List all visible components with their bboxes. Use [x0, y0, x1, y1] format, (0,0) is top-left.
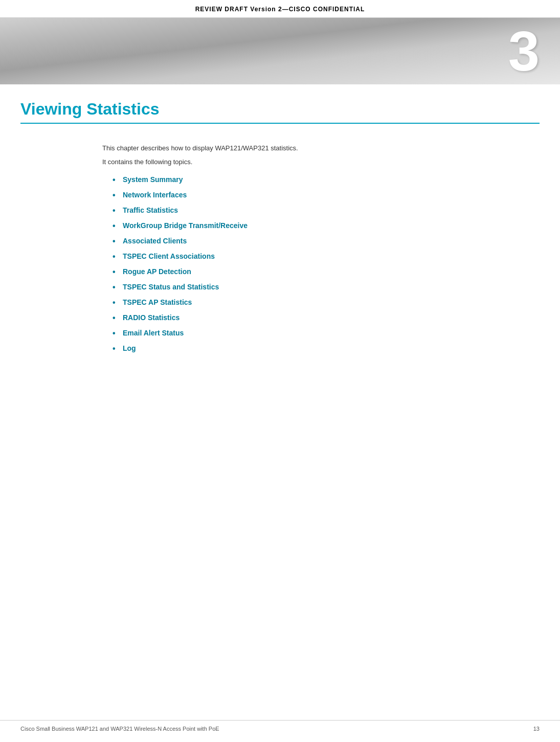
banner-text: REVIEW DRAFT Version 2—CISCO CONFIDENTIA…: [195, 6, 365, 13]
footer-right: 13: [533, 726, 540, 732]
chapter-header: 3: [0, 18, 560, 84]
topic-label: Associated Clients: [123, 237, 187, 245]
footer-left: Cisco Small Business WAP121 and WAP321 W…: [20, 726, 219, 732]
topic-label: Email Alert Status: [123, 329, 184, 337]
list-item[interactable]: RADIO Statistics: [113, 310, 540, 325]
topic-label: Network Interfaces: [123, 191, 187, 199]
list-item[interactable]: System Summary: [113, 172, 540, 187]
list-item[interactable]: TSPEC Status and Statistics: [113, 279, 540, 295]
main-content: Viewing Statistics This chapter describe…: [0, 84, 560, 376]
footer: Cisco Small Business WAP121 and WAP321 W…: [0, 720, 560, 732]
topic-label: Traffic Statistics: [123, 206, 178, 214]
topic-label: TSPEC Status and Statistics: [123, 283, 219, 291]
topic-label: WorkGroup Bridge Transmit/Receive: [123, 221, 248, 230]
list-item[interactable]: Log: [113, 341, 540, 356]
list-item[interactable]: TSPEC Client Associations: [113, 249, 540, 264]
list-item[interactable]: WorkGroup Bridge Transmit/Receive: [113, 218, 540, 233]
topic-label: TSPEC AP Statistics: [123, 298, 192, 306]
topic-label: Rogue AP Detection: [123, 267, 191, 276]
chapter-title: Viewing Statistics: [20, 100, 540, 124]
topic-label: Log: [123, 344, 136, 352]
list-item[interactable]: Network Interfaces: [113, 187, 540, 203]
list-item[interactable]: Email Alert Status: [113, 325, 540, 341]
topics-list: System SummaryNetwork InterfacesTraffic …: [113, 172, 540, 356]
chapter-number: 3: [508, 23, 540, 79]
list-item[interactable]: Traffic Statistics: [113, 203, 540, 218]
topic-label: TSPEC Client Associations: [123, 252, 215, 260]
topic-label: RADIO Statistics: [123, 313, 180, 322]
list-item[interactable]: TSPEC AP Statistics: [113, 295, 540, 310]
list-item[interactable]: Associated Clients: [113, 233, 540, 249]
topic-label: System Summary: [123, 175, 183, 184]
intro-line2: It contains the following topics.: [102, 158, 540, 166]
list-item[interactable]: Rogue AP Detection: [113, 264, 540, 279]
intro-line1: This chapter describes how to display WA…: [102, 144, 540, 152]
top-banner: REVIEW DRAFT Version 2—CISCO CONFIDENTIA…: [0, 0, 560, 18]
